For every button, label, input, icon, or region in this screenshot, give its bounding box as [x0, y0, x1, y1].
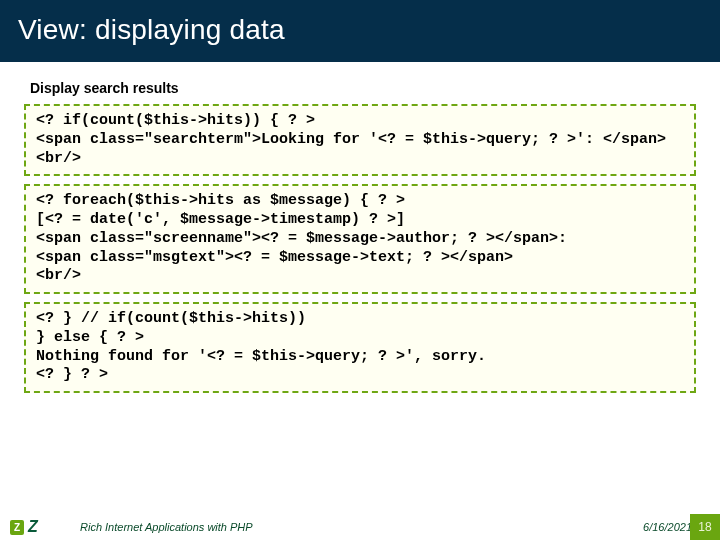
zend-badge-icon: Z [10, 520, 24, 535]
footer-title: Rich Internet Applications with PHP [80, 521, 253, 533]
page-number-stripe: 18 [690, 514, 720, 540]
slide-subtitle: Display search results [30, 80, 720, 96]
zend-logo: Z Z [10, 516, 70, 538]
zend-mark: Z [28, 518, 38, 536]
page-number: 18 [698, 520, 711, 534]
title-bar: View: displaying data [0, 0, 720, 62]
code-block-1: <? if(count($this->hits)) { ? > <span cl… [24, 104, 696, 176]
code-block-3: <? } // if(count($this->hits)) } else { … [24, 302, 696, 393]
code-block-2: <? foreach($this->hits as $message) { ? … [24, 184, 696, 294]
footer-date: 6/16/2021 [643, 521, 692, 533]
footer: Z Z Rich Internet Applications with PHP … [0, 514, 720, 540]
slide: View: displaying data Display search res… [0, 0, 720, 540]
slide-title: View: displaying data [18, 14, 702, 46]
